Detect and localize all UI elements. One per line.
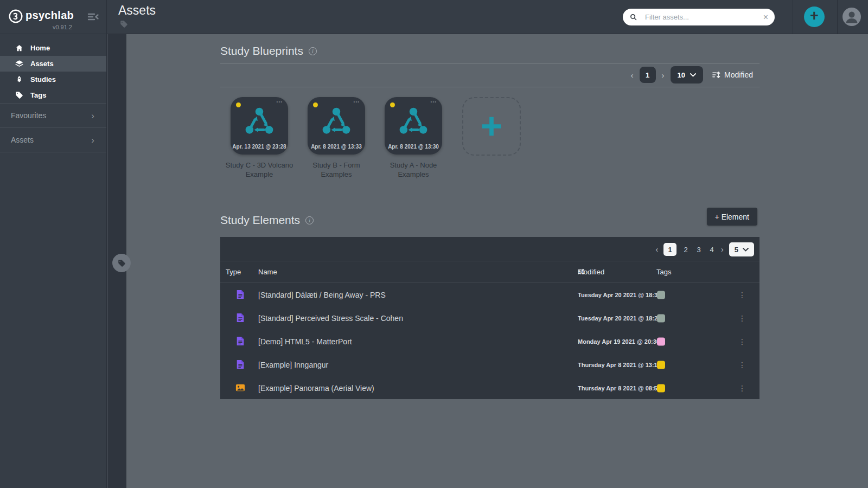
divider — [220, 87, 760, 87]
page-size-select[interactable]: 10 — [671, 66, 703, 84]
tag-swatch[interactable] — [657, 361, 665, 369]
status-dot — [390, 102, 395, 107]
elements-table: ‹ 1 2 3 4 › 5 Type Name Modified Tags — [220, 237, 760, 399]
table-row[interactable]: [Standard] Perceived Stress Scale - Cohe… — [220, 306, 760, 330]
ellipsis-icon[interactable]: ••• — [431, 99, 437, 104]
form-icon — [235, 336, 245, 346]
sidebar-group-assets[interactable]: Assets › — [0, 128, 106, 152]
add-element-button[interactable]: + Element — [707, 208, 757, 226]
ellipsis-icon[interactable]: ••• — [277, 99, 283, 104]
add-blueprint-wrap — [452, 97, 529, 179]
tag-swatch[interactable] — [657, 314, 665, 322]
main-column: Study Blueprints i ‹ 1 › 10 Modified ••• — [220, 34, 760, 488]
page-button[interactable]: 3 — [695, 246, 703, 254]
sidebar-item-label: Studies — [30, 75, 56, 84]
chevron-right-icon[interactable]: › — [721, 246, 724, 253]
sidebar-header: psychlab v0.91.2 — [0, 0, 106, 34]
page-size-value: 10 — [678, 71, 685, 79]
info-icon[interactable]: i — [309, 47, 317, 55]
kebab-menu-icon[interactable]: ⋮ — [738, 291, 746, 299]
user-avatar-icon[interactable] — [842, 7, 861, 27]
add-blueprint-tile[interactable] — [462, 97, 521, 156]
blueprint-card[interactable]: ••• Apr. 13 2021 @ 23:28 — [231, 97, 288, 155]
collapse-sidebar-icon[interactable] — [87, 12, 99, 21]
psychlab-logo-icon — [8, 9, 23, 24]
tag-icon — [118, 259, 126, 267]
sidebar-item-label: Assets — [30, 60, 54, 68]
tag-drawer-handle[interactable] — [112, 254, 131, 272]
blueprint-card[interactable]: ••• Apr. 8 2021 @ 13:33 — [308, 97, 365, 155]
close-icon[interactable]: × — [763, 13, 768, 22]
kebab-menu-icon[interactable]: ⋮ — [738, 361, 746, 369]
node-cycle-icon — [321, 106, 352, 137]
card-modified-date: Apr. 8 2021 @ 13:30 — [385, 144, 442, 150]
sidebar-item-home[interactable]: Home — [0, 40, 106, 56]
topbar-divider — [837, 0, 838, 34]
blueprint-card-wrap: ••• Apr. 13 2021 @ 23:28 Study C - 3D Vo… — [221, 97, 298, 179]
row-modified: Thursday Apr 8 2021 @ 08:54 — [578, 385, 661, 391]
sidebar-item-label: Tags — [30, 91, 46, 99]
column-header-modified[interactable]: Modified — [578, 268, 585, 275]
topbar: Assets × + — [107, 0, 868, 34]
layers-icon — [15, 60, 23, 68]
page-title: Assets — [118, 3, 156, 18]
chevron-right-icon: › — [91, 111, 94, 120]
row-name: [Example] Panorama (Aerial View) — [258, 384, 374, 393]
plus-icon: + — [810, 8, 819, 24]
search-input[interactable] — [637, 13, 763, 21]
kebab-menu-icon[interactable]: ⋮ — [738, 384, 746, 393]
tag-swatch[interactable] — [657, 384, 665, 392]
ellipsis-icon[interactable]: ••• — [354, 99, 360, 104]
kebab-menu-icon[interactable]: ⋮ — [738, 314, 746, 323]
column-header-type: Type — [226, 268, 241, 276]
elements-pagination: ‹ 1 2 3 4 › 5 — [655, 242, 754, 257]
sidebar-item-assets[interactable]: Assets — [0, 56, 106, 72]
chevron-right-icon: › — [91, 136, 94, 145]
chevron-right-icon[interactable]: › — [662, 71, 665, 79]
page-button-active[interactable]: 1 — [663, 243, 676, 256]
blueprint-card-wrap: ••• Apr. 8 2021 @ 13:30 Study A - Node E… — [375, 97, 452, 179]
app-name: psychlab — [25, 9, 74, 22]
chevron-left-icon[interactable]: ‹ — [655, 246, 658, 253]
kebab-menu-icon[interactable]: ⋮ — [738, 337, 746, 346]
tag-swatch[interactable] — [657, 337, 665, 345]
card-label: Study C - 3D Volcano Example — [225, 161, 294, 179]
sort-icon — [712, 71, 720, 79]
current-page-button[interactable]: 1 — [640, 67, 656, 83]
info-icon[interactable]: i — [305, 216, 314, 224]
blueprint-card[interactable]: ••• Apr. 8 2021 @ 13:30 — [385, 97, 442, 155]
search-bar: × — [623, 9, 775, 25]
section-title-text: Study Elements — [220, 214, 300, 227]
table-row[interactable]: [Example] Inngangur Thursday Apr 8 2021 … — [220, 353, 760, 376]
chevron-left-icon[interactable]: ‹ — [631, 71, 634, 79]
page-button[interactable]: 2 — [682, 246, 690, 254]
table-row[interactable]: [Standard] Dálæti / Being Away - PRS Tue… — [220, 283, 760, 306]
form-icon — [235, 359, 245, 369]
section-title-blueprints: Study Blueprints i — [220, 44, 317, 57]
table-row[interactable]: [Demo] HTML5 - MatterPort Monday Apr 19 … — [220, 330, 760, 353]
home-icon — [15, 44, 23, 52]
tag-swatch[interactable] — [657, 291, 665, 299]
node-cycle-icon — [398, 106, 429, 137]
app-version: v0.91.2 — [0, 24, 72, 30]
status-dot — [236, 102, 241, 107]
sort-control[interactable]: Modified — [712, 70, 753, 79]
form-icon — [235, 290, 245, 299]
topbar-divider — [793, 0, 793, 34]
form-icon — [235, 313, 245, 323]
column-header-tags: Tags — [656, 268, 671, 276]
table-row[interactable]: [Example] Panorama (Aerial View) Thursda… — [220, 376, 760, 400]
sidebar-item-label: Home — [30, 44, 50, 52]
add-asset-button[interactable]: + — [804, 7, 825, 27]
search-icon — [629, 13, 637, 21]
sidebar-item-tags[interactable]: Tags — [0, 87, 106, 103]
sidebar-item-studies[interactable]: Studies — [0, 72, 106, 87]
card-modified-date: Apr. 8 2021 @ 13:33 — [308, 144, 365, 150]
page-button[interactable]: 4 — [708, 246, 716, 254]
page-size-select[interactable]: 5 — [729, 242, 754, 256]
sidebar-group-favourites[interactable]: Favourites › — [0, 104, 106, 128]
sort-label: Modified — [724, 70, 753, 79]
blueprints-pagination: ‹ 1 › 10 Modified — [631, 66, 753, 84]
column-header-name: Name — [258, 268, 277, 276]
rocket-icon — [15, 75, 23, 84]
